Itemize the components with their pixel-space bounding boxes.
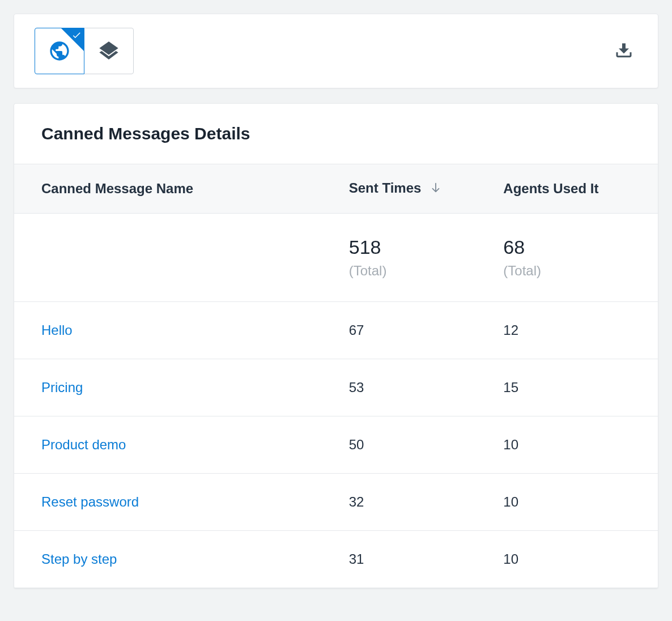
active-check-badge: [61, 28, 84, 51]
download-button[interactable]: [610, 37, 637, 65]
toolbar: [14, 14, 658, 88]
totals-sent-label: (Total): [349, 263, 387, 278]
view-toggle-global[interactable]: [35, 28, 84, 74]
cell-name: Product demo: [14, 416, 349, 473]
column-header-agents[interactable]: Agents Used It: [503, 164, 658, 214]
check-icon: [71, 30, 82, 40]
download-icon: [614, 41, 634, 61]
cell-name: Pricing: [14, 359, 349, 416]
totals-agents-value: 68: [503, 236, 658, 258]
details-card: Canned Messages Details Canned Message N…: [14, 103, 658, 589]
view-toggle-group: [35, 28, 134, 74]
column-header-sent[interactable]: Sent Times: [349, 164, 504, 214]
cell-name: Hello: [14, 301, 349, 359]
column-header-sent-label: Sent Times: [349, 180, 422, 195]
cell-sent: 31: [349, 530, 504, 588]
cell-agents: 10: [503, 473, 658, 530]
column-header-name-label: Canned Message Name: [41, 181, 193, 196]
cell-sent: 67: [349, 301, 504, 359]
column-header-name[interactable]: Canned Message Name: [14, 164, 349, 214]
table-row: Reset password3210: [14, 473, 658, 530]
totals-row: 518 (Total) 68 (Total): [14, 213, 658, 301]
canned-message-link[interactable]: Step by step: [41, 551, 117, 567]
table-row: Hello6712: [14, 301, 658, 359]
cell-sent: 50: [349, 416, 504, 473]
canned-messages-table: Canned Message Name Sent Times Agents Us…: [14, 164, 658, 588]
view-toggle-layers[interactable]: [84, 28, 134, 74]
sort-descending-icon: [429, 181, 442, 197]
totals-sent-cell: 518 (Total): [349, 213, 504, 301]
table-row: Pricing5315: [14, 359, 658, 416]
table-row: Product demo5010: [14, 416, 658, 473]
cell-sent: 32: [349, 473, 504, 530]
details-header: Canned Messages Details: [14, 104, 658, 164]
details-title: Canned Messages Details: [41, 124, 631, 143]
cell-agents: 15: [503, 359, 658, 416]
column-header-agents-label: Agents Used It: [503, 181, 598, 196]
totals-sent-value: 518: [349, 236, 504, 258]
cell-agents: 12: [503, 301, 658, 359]
canned-message-link[interactable]: Hello: [41, 322, 73, 338]
totals-agents-label: (Total): [503, 263, 541, 278]
cell-agents: 10: [503, 416, 658, 473]
cell-sent: 53: [349, 359, 504, 416]
layers-icon: [97, 40, 120, 62]
cell-agents: 10: [503, 530, 658, 588]
canned-message-link[interactable]: Pricing: [41, 380, 83, 395]
cell-name: Step by step: [14, 530, 349, 588]
canned-message-link[interactable]: Product demo: [41, 437, 126, 452]
totals-agents-cell: 68 (Total): [503, 213, 658, 301]
cell-name: Reset password: [14, 473, 349, 530]
table-row: Step by step3110: [14, 530, 658, 588]
canned-message-link[interactable]: Reset password: [41, 494, 139, 509]
